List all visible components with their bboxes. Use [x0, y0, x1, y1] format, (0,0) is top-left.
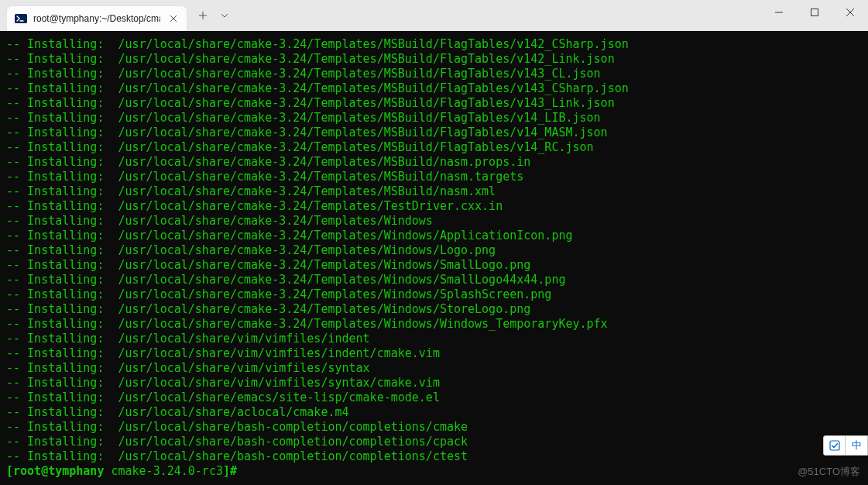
tab-dropdown-button[interactable] [214, 4, 235, 27]
tab-close-button[interactable] [166, 12, 180, 26]
maximize-icon [811, 9, 818, 16]
window-close-button[interactable] [832, 0, 868, 25]
terminal-line: -- Installing: /usr/local/share/cmake-3.… [6, 287, 862, 302]
terminal-line: -- Installing: /usr/local/share/cmake-3.… [6, 317, 862, 332]
terminal-line: -- Installing: /usr/local/share/cmake-3.… [6, 170, 862, 184]
window-controls [761, 0, 868, 25]
terminal-line: -- Installing: /usr/local/share/bash-com… [6, 449, 862, 464]
ime-check-icon [824, 436, 846, 455]
terminal-line: -- Installing: /usr/local/share/cmake-3.… [6, 111, 862, 126]
maximize-button[interactable] [797, 0, 832, 25]
terminal-tab[interactable]: root@tymphany:~/Desktop/cmak [7, 6, 187, 31]
powershell-icon [15, 12, 27, 25]
terminal-output[interactable]: -- Installing: /usr/local/share/cmake-3.… [0, 31, 868, 485]
terminal-line: -- Installing: /usr/local/share/cmake-3.… [6, 37, 862, 52]
minimize-icon [775, 9, 783, 16]
close-icon [170, 15, 177, 22]
cursor [237, 465, 243, 478]
new-tab-button[interactable] [191, 4, 214, 27]
terminal-line: -- Installing: /usr/local/share/cmake-3.… [6, 184, 862, 199]
tab-title: root@tymphany:~/Desktop/cmak [33, 13, 160, 24]
terminal-line: -- Installing: /usr/local/share/vim/vimf… [6, 346, 862, 361]
terminal-line: -- Installing: /usr/local/share/cmake-3.… [6, 52, 862, 67]
plus-icon [198, 11, 208, 20]
terminal-line: -- Installing: /usr/local/share/aclocal/… [6, 405, 862, 420]
chevron-down-icon [221, 13, 228, 18]
terminal-line: -- Installing: /usr/local/share/cmake-3.… [6, 229, 862, 243]
terminal-line: -- Installing: /usr/local/share/cmake-3.… [6, 96, 862, 111]
svg-rect-7 [811, 9, 818, 16]
terminal-line: -- Installing: /usr/local/share/cmake-3.… [6, 243, 862, 258]
terminal-line: -- Installing: /usr/local/share/vim/vimf… [6, 332, 862, 346]
prompt-line: [root@tymphany cmake-3.24.0-rc3]# [6, 464, 862, 479]
terminal-line: -- Installing: /usr/local/share/cmake-3.… [6, 126, 862, 140]
terminal-line: -- Installing: /usr/local/share/cmake-3.… [6, 81, 862, 96]
tab-area: root@tymphany:~/Desktop/cmak [0, 0, 761, 31]
terminal-line: -- Installing: /usr/local/share/cmake-3.… [6, 67, 862, 81]
terminal-line: -- Installing: /usr/local/share/cmake-3.… [6, 302, 862, 317]
svg-rect-0 [15, 14, 27, 23]
terminal-line: -- Installing: /usr/local/share/bash-com… [6, 420, 862, 435]
terminal-line: -- Installing: /usr/local/share/vim/vimf… [6, 376, 862, 390]
terminal-line: -- Installing: /usr/local/share/cmake-3.… [6, 140, 862, 155]
terminal-line: -- Installing: /usr/local/share/vim/vimf… [6, 361, 862, 376]
ime-indicator[interactable]: 中 [823, 435, 868, 456]
terminal-line: -- Installing: /usr/local/share/emacs/si… [6, 390, 862, 405]
close-icon [846, 9, 854, 16]
ime-mode: 中 [846, 436, 867, 455]
terminal-line: -- Installing: /usr/local/share/cmake-3.… [6, 155, 862, 170]
terminal-line: -- Installing: /usr/local/share/cmake-3.… [6, 258, 862, 273]
terminal-line: -- Installing: /usr/local/share/cmake-3.… [6, 214, 862, 229]
svg-rect-10 [830, 441, 839, 450]
terminal-line: -- Installing: /usr/local/share/bash-com… [6, 435, 862, 449]
minimize-button[interactable] [761, 0, 797, 25]
terminal-line: -- Installing: /usr/local/share/cmake-3.… [6, 199, 862, 214]
window-titlebar: root@tymphany:~/Desktop/cmak [0, 0, 868, 31]
terminal-line: -- Installing: /usr/local/share/cmake-3.… [6, 273, 862, 287]
